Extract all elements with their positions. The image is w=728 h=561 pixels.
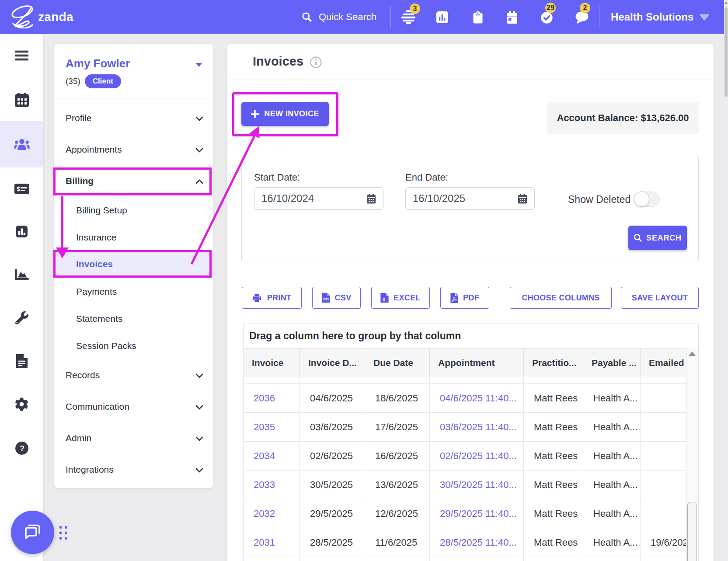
svg-text:CSV: CSV (323, 298, 329, 301)
svg-text:$: $ (17, 185, 20, 192)
svg-text:?: ? (20, 444, 24, 453)
svg-text:x: x (383, 297, 386, 302)
